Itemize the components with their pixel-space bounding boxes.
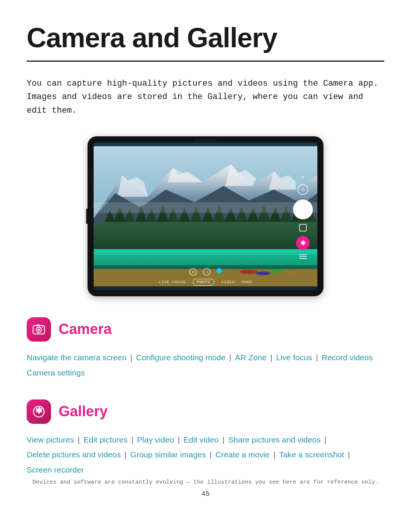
camera-mode-tabs: LIVE FOCUS PHOTO VIDEO MORE — [100, 279, 311, 286]
camera-mode-icons: ⚡ ◇ — [100, 268, 311, 276]
link-create-movie[interactable]: Create a movie — [215, 450, 269, 459]
tablet-side-button — [86, 209, 88, 224]
camera-settings-icon: ⊙ — [298, 184, 308, 195]
link-record-videos[interactable]: Record videos — [322, 353, 373, 362]
camera-app-icon — [27, 317, 51, 342]
svg-rect-39 — [37, 324, 40, 326]
gallery-icon: ✱ — [32, 404, 46, 419]
link-navigate-camera[interactable]: Navigate the camera screen — [27, 353, 127, 362]
video-record-button[interactable] — [299, 224, 307, 232]
intro-paragraph: You can capture high-quality pictures an… — [27, 77, 384, 117]
mode-video[interactable]: VIDEO — [221, 280, 235, 284]
separator-1: | — [128, 353, 135, 362]
link-delete[interactable]: Delete pictures and videos — [27, 450, 121, 459]
svg-point-40 — [42, 326, 43, 328]
shutter-button[interactable] — [293, 200, 313, 219]
gallery-section-title: Gallery — [59, 403, 108, 420]
link-group-similar[interactable]: Group similar images — [131, 450, 206, 459]
separator-2: | — [227, 353, 233, 362]
tablet-frame: ∨ ⊙ ✱ ⚡ — [88, 136, 323, 296]
link-camera-settings[interactable]: Camera settings — [27, 368, 85, 377]
camera-bottom-controls: ⚡ ◇ LIVE FOCUS PHOTO VIDEO MORE — [94, 265, 317, 290]
link-ar-zone[interactable]: AR Zone — [235, 353, 267, 362]
footer-note: Devices and software are constantly evol… — [27, 479, 384, 486]
chevron-down-icon: ∨ — [301, 174, 305, 180]
page-title: Camera and Gallery — [27, 23, 384, 53]
svg-point-38 — [38, 329, 40, 331]
camera-right-controls: ∨ ⊙ ✱ — [293, 174, 313, 259]
link-configure-shooting[interactable]: Configure shooting mode — [136, 353, 226, 362]
separator-4: | — [314, 353, 320, 362]
link-edit-pictures[interactable]: Edit pictures — [84, 435, 128, 444]
link-screen-recorder[interactable]: Screen recorder — [27, 465, 84, 474]
camera-icon — [32, 322, 46, 337]
camera-links: Navigate the camera screen | Configure s… — [27, 350, 384, 380]
menu-icon — [299, 254, 307, 259]
mode-live-focus[interactable]: LIVE FOCUS — [159, 280, 186, 284]
camera-section-header: Camera — [27, 317, 384, 342]
svg-text:✱: ✱ — [35, 406, 43, 415]
tablet-image-container: ∨ ⊙ ✱ ⚡ — [27, 136, 384, 296]
page-number: 45 — [27, 490, 384, 498]
link-screenshot[interactable]: Take a screenshot — [279, 450, 344, 459]
gallery-links: View pictures | Edit pictures | Play vid… — [27, 432, 384, 478]
active-indicator — [217, 268, 222, 273]
separator-3: | — [268, 353, 274, 362]
mode-photo[interactable]: PHOTO — [193, 279, 215, 286]
timer-icon: ◇ — [203, 268, 210, 276]
gallery-section-header: ✱ Gallery — [27, 399, 384, 424]
link-view-pictures[interactable]: View pictures — [27, 435, 74, 444]
tablet-camera — [194, 139, 217, 142]
flash-icon: ⚡ — [189, 268, 197, 276]
mode-more[interactable]: MORE — [242, 280, 252, 284]
title-divider — [27, 61, 384, 62]
gallery-app-icon: ✱ — [27, 399, 51, 424]
link-live-focus[interactable]: Live focus — [276, 353, 312, 362]
camera-ui-overlay: ∨ ⊙ ✱ ⚡ — [94, 142, 317, 290]
link-share[interactable]: Share pictures and videos — [228, 435, 321, 444]
page-footer: Devices and software are constantly evol… — [27, 479, 384, 498]
camera-section-title: Camera — [59, 321, 112, 337]
link-edit-video[interactable]: Edit video — [183, 435, 218, 444]
tablet-screen: ∨ ⊙ ✱ ⚡ — [94, 142, 317, 290]
link-play-video[interactable]: Play video — [137, 435, 174, 444]
gallery-button[interactable]: ✱ — [296, 236, 310, 250]
